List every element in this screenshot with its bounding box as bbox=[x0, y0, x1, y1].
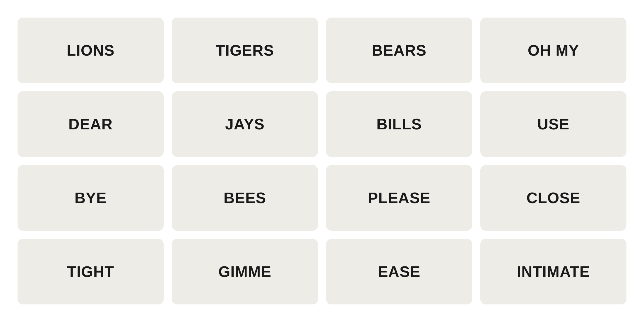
cell-label-ease: EASE bbox=[378, 263, 421, 280]
cell-label-oh-my: OH MY bbox=[528, 42, 579, 59]
grid-cell-jays[interactable]: JAYS bbox=[172, 91, 318, 157]
cell-label-tight: TIGHT bbox=[67, 263, 114, 280]
grid-cell-use[interactable]: USE bbox=[480, 91, 626, 157]
grid-cell-dear[interactable]: DEAR bbox=[18, 91, 164, 157]
cell-label-please: PLEASE bbox=[368, 189, 430, 207]
cell-label-dear: DEAR bbox=[68, 115, 113, 133]
grid-cell-please[interactable]: PLEASE bbox=[326, 165, 472, 231]
grid-cell-intimate[interactable]: INTIMATE bbox=[480, 239, 626, 304]
grid-cell-lions[interactable]: LIONS bbox=[18, 18, 164, 83]
cell-label-bears: BEARS bbox=[372, 42, 427, 59]
word-grid: LIONSTIGERSBEARSOH MYDEARJAYSBILLSUSEBYE… bbox=[0, 0, 644, 322]
grid-cell-tigers[interactable]: TIGERS bbox=[172, 18, 318, 83]
cell-label-jays: JAYS bbox=[225, 115, 265, 133]
cell-label-bills: BILLS bbox=[376, 115, 422, 133]
cell-label-gimme: GIMME bbox=[218, 263, 271, 280]
cell-label-bees: BEES bbox=[224, 189, 266, 207]
cell-label-tigers: TIGERS bbox=[216, 42, 274, 59]
grid-cell-ease[interactable]: EASE bbox=[326, 239, 472, 304]
cell-label-intimate: INTIMATE bbox=[517, 263, 590, 280]
grid-cell-gimme[interactable]: GIMME bbox=[172, 239, 318, 304]
cell-label-bye: BYE bbox=[75, 189, 107, 207]
cell-label-use: USE bbox=[537, 115, 570, 133]
grid-cell-bills[interactable]: BILLS bbox=[326, 91, 472, 157]
cell-label-close: CLOSE bbox=[526, 189, 580, 207]
grid-cell-bears[interactable]: BEARS bbox=[326, 18, 472, 83]
grid-cell-bye[interactable]: BYE bbox=[18, 165, 164, 231]
grid-cell-tight[interactable]: TIGHT bbox=[18, 239, 164, 304]
grid-cell-close[interactable]: CLOSE bbox=[480, 165, 626, 231]
grid-cell-bees[interactable]: BEES bbox=[172, 165, 318, 231]
cell-label-lions: LIONS bbox=[67, 42, 115, 59]
grid-cell-oh-my[interactable]: OH MY bbox=[480, 18, 626, 83]
